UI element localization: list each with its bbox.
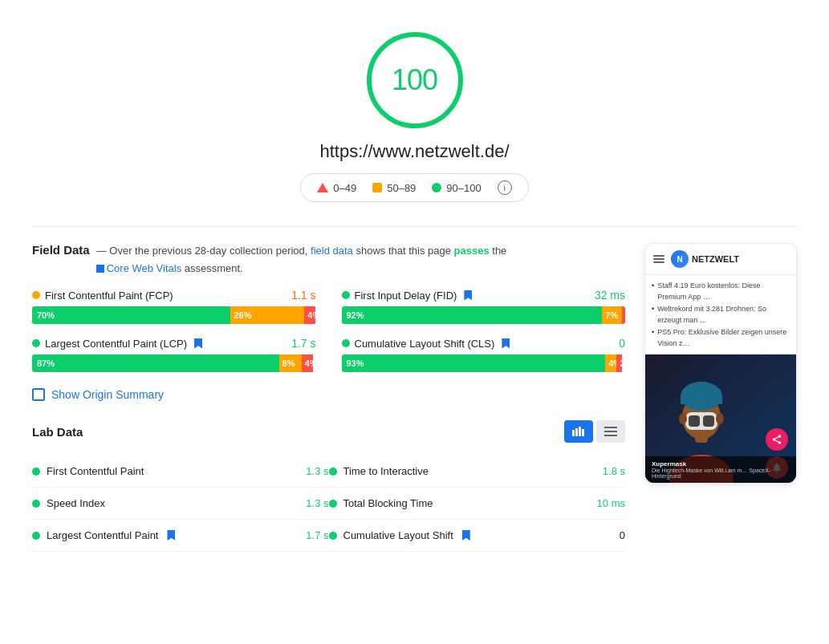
lab-cls-name: Cumulative Layout Shift bbox=[329, 529, 470, 541]
cls-value: 0 bbox=[619, 337, 625, 350]
svg-rect-2 bbox=[579, 427, 581, 436]
lab-metric-fcp: First Contentful Paint 1.3 s bbox=[32, 456, 329, 488]
fcp-label: First Contentful Paint (FCP) bbox=[45, 290, 173, 302]
svg-point-20 bbox=[778, 442, 782, 445]
metric-cls: Cumulative Layout Shift (CLS) 0 93% 4% 2… bbox=[342, 337, 626, 372]
svg-rect-12 bbox=[681, 396, 722, 404]
lab-fcp-dot bbox=[32, 468, 40, 476]
device-article-image: Xupermask Die Hightech-Maske von Will.i.… bbox=[645, 354, 796, 483]
metric-fcp: First Contentful Paint (FCP) 1.1 s 70% 2… bbox=[32, 289, 316, 324]
lab-tbt-dot bbox=[329, 500, 337, 508]
lab-tbt-value: 10 ms bbox=[597, 497, 625, 509]
lcp-dot bbox=[32, 339, 40, 347]
legend-info-button[interactable]: i bbox=[498, 180, 512, 195]
fid-bar-orange: 7% bbox=[602, 306, 622, 324]
caption-title: Xupermask bbox=[652, 460, 790, 468]
left-panel: Field Data — Over the previous 28-day co… bbox=[32, 243, 625, 552]
lab-data-header: Lab Data bbox=[32, 420, 625, 443]
show-origin-label: Show Origin Summary bbox=[51, 388, 164, 401]
svg-rect-1 bbox=[575, 428, 578, 436]
field-data-link[interactable]: field data bbox=[311, 245, 353, 257]
fail-icon bbox=[317, 183, 328, 192]
toggle-bar-chart-button[interactable] bbox=[564, 420, 593, 443]
lab-metrics-grid: First Contentful Paint 1.3 s Speed Index… bbox=[32, 456, 625, 552]
svg-point-19 bbox=[773, 439, 776, 442]
n-logo-icon: N bbox=[671, 250, 689, 268]
view-toggle bbox=[564, 420, 625, 443]
score-value: 100 bbox=[392, 63, 437, 97]
fid-bar-red: 1% bbox=[622, 306, 625, 324]
lab-tti-name: Time to Interactive bbox=[329, 465, 429, 477]
news-item-3: • PS5 Pro: Exklusive Bilder zeigen unser… bbox=[652, 326, 790, 350]
site-name: NETZWELT bbox=[692, 254, 739, 264]
lab-fcp-name: First Contentful Paint bbox=[32, 465, 144, 477]
right-panel: N NETZWELT • Staff 4.19 Euro kostenlos: … bbox=[644, 243, 797, 552]
cls-bar-red: 2% bbox=[616, 354, 622, 372]
field-data-cwv-text: Core Web Vitals assessment. bbox=[96, 261, 507, 277]
caption-subtitle: Die Hightech-Maske von Will.i.am m… Spac… bbox=[652, 468, 790, 479]
lab-fcp-label: First Contentful Paint bbox=[47, 465, 144, 477]
device-caption: Xupermask Die Hightech-Maske von Will.i.… bbox=[645, 456, 796, 483]
lab-metrics-left: First Contentful Paint 1.3 s Speed Index… bbox=[32, 456, 329, 552]
fcp-dot bbox=[32, 291, 40, 299]
show-origin-checkbox[interactable] bbox=[32, 388, 45, 401]
metric-fid-name: First Input Delay (FID) bbox=[342, 290, 473, 302]
lab-si-label: Speed Index bbox=[47, 497, 105, 509]
metrics-grid: First Contentful Paint (FCP) 1.1 s 70% 2… bbox=[32, 289, 625, 372]
lab-lcp-label: Largest Contentful Paint bbox=[47, 529, 158, 541]
hamburger-line-2 bbox=[653, 258, 664, 260]
cwv-link[interactable]: Core Web Vitals bbox=[107, 262, 181, 274]
legend-pass-label: 90–100 bbox=[446, 182, 481, 194]
svg-rect-0 bbox=[572, 430, 575, 436]
hamburger-line-1 bbox=[653, 255, 664, 257]
field-data-title: Field Data bbox=[32, 243, 90, 257]
legend-item-pass: 90–100 bbox=[432, 182, 481, 194]
lab-metric-cls: Cumulative Layout Shift 0 bbox=[329, 520, 626, 552]
svg-line-21 bbox=[775, 440, 778, 442]
field-data-header: Field Data — Over the previous 28-day co… bbox=[32, 243, 625, 276]
show-origin-toggle[interactable]: Show Origin Summary bbox=[32, 388, 625, 401]
lcp-label: Largest Contentful Paint (LCP) bbox=[45, 338, 187, 350]
hamburger-menu-icon[interactable] bbox=[653, 255, 664, 263]
fcp-bar-green: 70% bbox=[32, 306, 230, 324]
passes-badge: passes bbox=[454, 245, 490, 257]
site-logo-area: N NETZWELT bbox=[671, 250, 739, 268]
fcp-progress-bar: 70% 26% 4% bbox=[32, 306, 316, 324]
metric-fcp-header: First Contentful Paint (FCP) 1.1 s bbox=[32, 289, 316, 302]
legend-average-label: 50–89 bbox=[387, 182, 416, 194]
svg-rect-5 bbox=[604, 431, 617, 432]
svg-line-22 bbox=[775, 437, 778, 439]
svg-rect-3 bbox=[582, 429, 584, 436]
lab-cls-value: 0 bbox=[620, 529, 625, 541]
lab-tti-value: 1.8 s bbox=[603, 465, 625, 477]
lab-tbt-name: Total Blocking Time bbox=[329, 497, 433, 509]
metric-fid-header: First Input Delay (FID) 32 ms bbox=[342, 289, 626, 302]
fid-label: First Input Delay (FID) bbox=[355, 290, 457, 302]
cls-bar-orange: 4% bbox=[605, 354, 616, 372]
lab-metric-lcp: Largest Contentful Paint 1.7 s bbox=[32, 520, 329, 552]
metric-cls-name: Cumulative Layout Shift (CLS) bbox=[342, 338, 510, 350]
lab-cls-dot bbox=[329, 532, 337, 540]
bar-chart-icon bbox=[572, 427, 585, 436]
lab-tti-label: Time to Interactive bbox=[343, 465, 429, 477]
toggle-list-button[interactable] bbox=[596, 420, 625, 443]
lab-lcp-bookmark bbox=[167, 530, 175, 541]
lab-metrics-right: Time to Interactive 1.8 s Total Blocking… bbox=[329, 456, 626, 552]
fid-bookmark-icon bbox=[464, 290, 472, 301]
svg-rect-14 bbox=[689, 415, 700, 427]
legend-item-average: 50–89 bbox=[372, 182, 416, 194]
cwv-icon bbox=[96, 265, 104, 273]
lab-fcp-value: 1.3 s bbox=[306, 465, 328, 477]
fid-bar-green: 92% bbox=[342, 306, 603, 324]
lcp-bar-orange: 8% bbox=[279, 354, 302, 372]
device-header: N NETZWELT bbox=[645, 244, 796, 275]
cls-bookmark-icon bbox=[502, 338, 510, 349]
fid-progress-bar: 92% 7% 1% bbox=[342, 306, 626, 324]
score-url: https://www.netzwelt.de/ bbox=[320, 141, 510, 162]
svg-rect-15 bbox=[703, 415, 714, 427]
news-item-1: • Staff 4.19 Euro kostenlos: Diese Premi… bbox=[652, 280, 790, 303]
lab-metric-tbt: Total Blocking Time 10 ms bbox=[329, 488, 626, 520]
lab-cls-label: Cumulative Layout Shift bbox=[343, 529, 453, 541]
metric-lcp-header: Largest Contentful Paint (LCP) 1.7 s bbox=[32, 337, 316, 350]
hamburger-line-3 bbox=[653, 261, 664, 263]
